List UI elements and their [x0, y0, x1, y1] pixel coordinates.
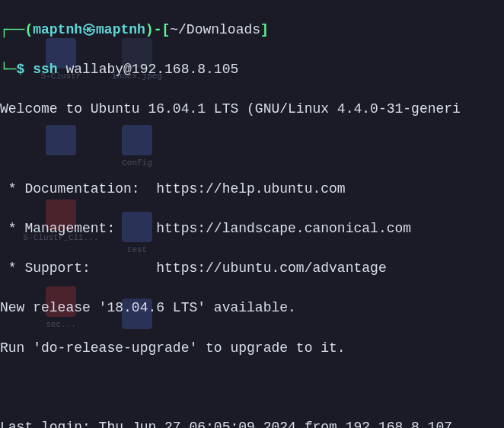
lastlogin-line: Last login: Thu Jun 27 06:05:09 2024 fro… — [0, 417, 504, 428]
mgmt-line: * Management: https://landscape.canonica… — [0, 219, 504, 238]
blank-line — [0, 378, 504, 398]
release-line: New release '18.04.6 LTS' available. — [0, 298, 504, 318]
upgrade-line: Run 'do-release-upgrade' to upgrade to i… — [0, 338, 504, 358]
ssh-arg: wallaby@192.168.8.105 — [58, 62, 239, 77]
blank-line — [0, 139, 504, 159]
terminal[interactable]: ┌──(maptnh㉿maptnh)-[~/Downloads] └─$ ssh… — [0, 0, 504, 428]
sup-line: * Support: https://ubuntu.com/advantage — [0, 258, 504, 278]
welcome-line: Welcome to Ubuntu 16.04.1 LTS (GNU/Linux… — [0, 99, 504, 119]
prompt-line-1: ┌──(maptnh㉿maptnh)-[~/Downloads] — [0, 20, 504, 40]
prompt-line-2: └─$ ssh wallaby@192.168.8.105 — [0, 59, 504, 79]
doc-line: * Documentation: https://help.ubuntu.com — [0, 179, 504, 199]
ssh-cmd: ssh — [33, 62, 57, 77]
